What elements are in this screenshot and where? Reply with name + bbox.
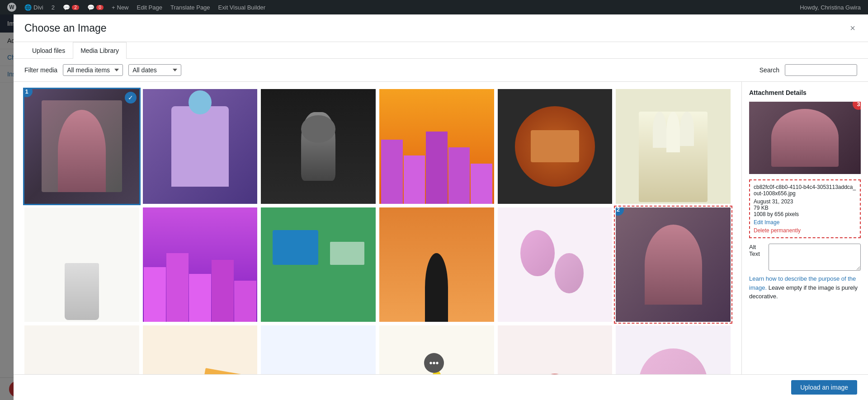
selected-checkmark: ✓	[125, 92, 137, 104]
plus-icon: +	[112, 4, 115, 11]
media-item[interactable]	[616, 325, 731, 374]
attachment-filesize: 79 KB	[754, 205, 856, 211]
media-item[interactable]	[498, 207, 613, 322]
media-grid: 1 ✓	[24, 89, 731, 374]
new-item[interactable]: + New	[108, 0, 132, 14]
media-item[interactable]	[498, 89, 613, 204]
my-sites-item[interactable]: 🌐 Divi	[21, 0, 47, 14]
alt-text-section: Alt Text Learn how to describe the purpo…	[749, 244, 861, 301]
translate-page-item[interactable]: Translate Page	[167, 0, 214, 14]
message-badge: 0	[96, 5, 104, 10]
alt-text-label: Alt Text	[749, 244, 861, 271]
exit-visual-builder-item[interactable]: Exit Visual Builder	[215, 0, 269, 14]
modal-header: Choose an Image ×	[14, 14, 868, 42]
attachment-date: August 31, 2023	[754, 198, 856, 205]
edit-image-link[interactable]: Edit Image	[754, 219, 856, 226]
tab-upload-files[interactable]: Upload files	[24, 42, 73, 59]
search-input[interactable]	[785, 64, 857, 76]
attachment-panel: Attachment Details 3 cb82fc0f-c8b0-4110-…	[741, 82, 868, 374]
comments-item[interactable]: 💬 2	[59, 0, 83, 14]
alt-text-help: Learn how to describe the purpose of the…	[749, 274, 861, 301]
media-item[interactable]	[498, 325, 613, 374]
admin-bar-right: Howdy, Christina Gwira	[796, 0, 864, 14]
filter-label: Filter media	[24, 66, 57, 74]
admin-bar: W 🌐 Divi 2 💬 2 💬 0 + New Edit Page Trans…	[0, 0, 868, 14]
media-item[interactable]	[379, 89, 494, 204]
attachment-thumbnail: 3	[749, 102, 861, 174]
messages-item[interactable]: 💬 0	[84, 0, 107, 14]
comment-badge: 2	[72, 5, 79, 10]
media-item[interactable]: 2	[616, 207, 731, 322]
media-item[interactable]	[379, 207, 494, 322]
divi-item[interactable]: 2	[48, 0, 58, 14]
tab-media-library[interactable]: Media Library	[73, 42, 127, 59]
attachment-filename: cb82fc0f-c8b0-4110-b4c4-3053113addca_out…	[754, 184, 856, 197]
search-label: Search	[760, 66, 779, 74]
media-item[interactable]	[261, 89, 376, 204]
modal-footer: Upload an image	[14, 374, 868, 400]
comment-icon: 💬	[63, 4, 70, 11]
media-item[interactable]	[261, 207, 376, 322]
media-item[interactable]	[143, 89, 258, 204]
media-item[interactable]	[143, 325, 258, 374]
fab-icon: •••	[429, 358, 439, 368]
wp-logo: W	[7, 3, 16, 12]
media-item[interactable]	[24, 325, 139, 374]
attachment-dimensions: 1008 by 656 pixels	[754, 211, 856, 217]
date-select[interactable]: All dates August 2023	[128, 64, 181, 76]
wp-logo-item[interactable]: W	[4, 0, 20, 14]
globe-icon: 🌐	[24, 4, 32, 11]
attachment-info: cb82fc0f-c8b0-4110-b4c4-3053113addca_out…	[749, 179, 861, 238]
alt-text-input[interactable]	[769, 244, 861, 271]
attachment-details-title: Attachment Details	[749, 89, 861, 96]
filter-bar: Filter media All media items Images Vide…	[14, 59, 868, 82]
media-item[interactable]	[143, 207, 258, 322]
modal-overlay: Choose an Image × Upload files Media Lib…	[0, 14, 868, 400]
media-item[interactable]	[24, 207, 139, 322]
user-greeting[interactable]: Howdy, Christina Gwira	[796, 0, 864, 14]
media-item[interactable]: 1 ✓	[24, 89, 139, 204]
media-grid-area: 1 ✓	[14, 82, 741, 374]
modal-tabs: Upload files Media Library	[14, 42, 868, 59]
upload-image-button[interactable]: Upload an image	[791, 380, 857, 395]
delete-permanently-link[interactable]: Delete permanently	[754, 227, 856, 234]
choose-image-modal: Choose an Image × Upload files Media Lib…	[14, 14, 868, 400]
modal-close-button[interactable]: ×	[848, 22, 857, 34]
edit-page-item[interactable]: Edit Page	[133, 0, 166, 14]
modal-title: Choose an Image	[24, 22, 107, 34]
media-type-select[interactable]: All media items Images Videos	[63, 64, 123, 76]
media-item[interactable]	[261, 325, 376, 374]
message-icon: 💬	[87, 4, 94, 11]
modal-body: 1 ✓	[14, 82, 868, 374]
fab-button[interactable]: •••	[424, 353, 444, 373]
media-item[interactable]	[616, 89, 731, 204]
